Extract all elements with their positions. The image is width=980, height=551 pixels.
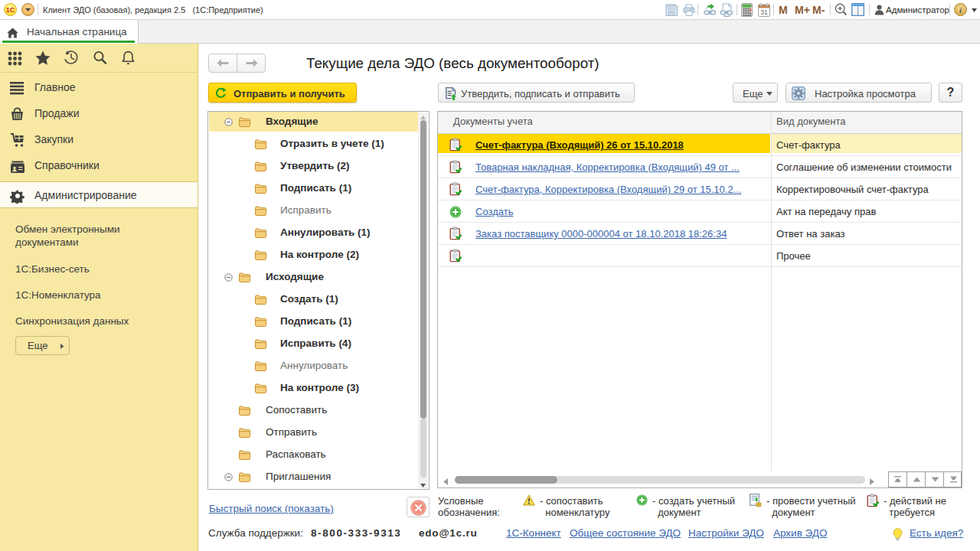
svg-text:1С: 1С <box>6 6 15 14</box>
svg-text:31: 31 <box>760 8 768 16</box>
